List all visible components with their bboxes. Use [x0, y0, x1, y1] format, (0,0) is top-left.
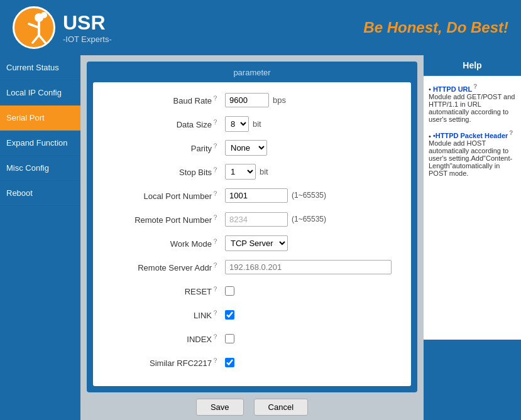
help-link-1[interactable]: HTTPD URL？ — [433, 85, 478, 93]
help-item-2: • •HTTPD Packet Header？ Module add HOST … — [429, 129, 516, 178]
brand-section: USR -IOT Experts- — [13, 6, 112, 49]
help-item-1: • HTTPD URL？ Module add GET/POST and HTT… — [429, 82, 516, 123]
logo-dot — [41, 12, 47, 18]
work-mode-label: Work Mode？ — [106, 237, 219, 249]
link-row: LINK？ — [106, 306, 398, 323]
remote-port-input[interactable] — [225, 212, 288, 227]
help-text-2: Module add HOST automatically according … — [429, 139, 512, 177]
brand-text: USR -IOT Experts- — [63, 11, 112, 44]
remote-server-input[interactable] — [225, 260, 392, 274]
similar-rfc-label: Similar RFC2217？ — [106, 356, 219, 368]
header: USR -IOT Experts- Be Honest, Do Best! — [0, 0, 521, 55]
local-port-range: (1~65535) — [292, 191, 326, 200]
baud-rate-controls: bps — [225, 93, 286, 107]
data-size-controls: 8765 bit — [225, 116, 261, 132]
remote-server-row: Remote Server Addr？ — [106, 258, 398, 276]
brand-name: USR — [63, 11, 112, 35]
similar-rfc-checkbox[interactable] — [225, 358, 234, 367]
form-panel-title: parameter — [93, 68, 411, 77]
sidebar-item-current-status[interactable]: Current Status — [0, 55, 80, 80]
stop-bits-select[interactable]: 11.52 — [225, 164, 256, 180]
remote-port-controls: (1~65535) — [225, 212, 326, 227]
index-controls — [225, 334, 234, 343]
header-slogan: Be Honest, Do Best! — [363, 19, 508, 36]
data-size-select[interactable]: 8765 — [225, 116, 249, 132]
remote-server-controls — [225, 260, 392, 274]
parity-controls: NoneOddEvenMarkSpace — [225, 140, 267, 156]
help-text-1: Module add GET/POST and HTTP/1.1 in URL … — [429, 93, 515, 123]
remote-server-label: Remote Server Addr？ — [106, 261, 219, 272]
form-inner: Baud Rate？ bps Data Size？ 8765 — [93, 82, 411, 386]
similar-rfc-row: Similar RFC2217？ — [106, 353, 398, 371]
save-button[interactable]: Save — [196, 399, 244, 416]
remote-port-range: (1~65535) — [292, 215, 326, 223]
sidebar-item-expand-function[interactable]: Expand Function — [0, 131, 80, 156]
brand-tagline: -IOT Experts- — [63, 35, 112, 44]
similar-rfc-controls — [225, 358, 234, 367]
sidebar-item-misc-config[interactable]: Misc Config — [0, 156, 80, 181]
work-mode-row: Work Mode？ TCP ServerTCP ClientUDP Serve… — [106, 234, 398, 252]
link-label: LINK？ — [106, 308, 219, 320]
baud-rate-input[interactable] — [225, 93, 269, 107]
main-layout: Current Status Local IP Config Serial Po… — [0, 55, 521, 420]
help-panel: Help • HTTPD URL？ Module add GET/POST an… — [424, 55, 521, 420]
svg-line-3 — [33, 35, 39, 43]
work-mode-select[interactable]: TCP ServerTCP ClientUDP ServerUDP Client — [225, 235, 288, 251]
remote-port-label: Remote Port Number？ — [106, 213, 219, 225]
reset-checkbox[interactable] — [225, 286, 234, 296]
parity-select[interactable]: NoneOddEvenMarkSpace — [225, 140, 267, 156]
svg-line-2 — [29, 24, 39, 28]
index-label: INDEX？ — [106, 332, 219, 344]
svg-line-4 — [39, 35, 45, 43]
stop-bits-unit: bit — [260, 167, 268, 176]
sidebar-item-reboot[interactable]: Reboot — [0, 181, 80, 206]
reset-controls — [225, 286, 234, 296]
data-size-unit: bit — [253, 119, 261, 129]
form-panel: parameter Baud Rate？ bps Data Size？ — [87, 62, 417, 392]
work-mode-controls: TCP ServerTCP ClientUDP ServerUDP Client — [225, 235, 288, 251]
sidebar-item-serial-port[interactable]: Serial Port — [0, 105, 80, 131]
sidebar: Current Status Local IP Config Serial Po… — [0, 55, 80, 420]
local-port-row: Local Port Number？ (1~65535) — [106, 186, 398, 204]
baud-rate-label: Baud Rate？ — [106, 94, 219, 105]
remote-port-row: Remote Port Number？ (1~65535) — [106, 210, 398, 228]
logo — [13, 6, 55, 49]
stop-bits-label: Stop Bits？ — [106, 165, 219, 177]
help-link-2[interactable]: •HTTPD Packet Header？ — [433, 132, 514, 139]
parity-row: Parity？ NoneOddEvenMarkSpace — [106, 139, 398, 156]
button-row: Save Cancel — [87, 399, 417, 416]
help-content: • HTTPD URL？ Module add GET/POST and HTT… — [424, 76, 521, 340]
content-area: parameter Baud Rate？ bps Data Size？ — [80, 55, 424, 420]
reset-label: RESET？ — [106, 284, 219, 296]
stop-bits-row: Stop Bits？ 11.52 bit — [106, 163, 398, 180]
help-title: Help — [424, 55, 521, 76]
cancel-button[interactable]: Cancel — [254, 399, 308, 416]
reset-row: RESET？ — [106, 282, 398, 299]
local-port-label: Local Port Number？ — [106, 189, 219, 201]
local-port-controls: (1~65535) — [225, 188, 326, 203]
index-checkbox[interactable] — [225, 334, 234, 343]
index-row: INDEX？ — [106, 330, 398, 347]
data-size-label: Data Size？ — [106, 117, 219, 129]
sidebar-item-local-ip-config[interactable]: Local IP Config — [0, 80, 80, 105]
baud-rate-row: Baud Rate？ bps — [106, 91, 398, 109]
parity-label: Parity？ — [106, 141, 219, 153]
local-port-input[interactable] — [225, 188, 288, 203]
link-controls — [225, 310, 234, 320]
data-size-row: Data Size？ 8765 bit — [106, 115, 398, 132]
baud-rate-unit: bps — [273, 95, 286, 105]
stop-bits-controls: 11.52 bit — [225, 164, 268, 180]
link-checkbox[interactable] — [225, 310, 234, 320]
